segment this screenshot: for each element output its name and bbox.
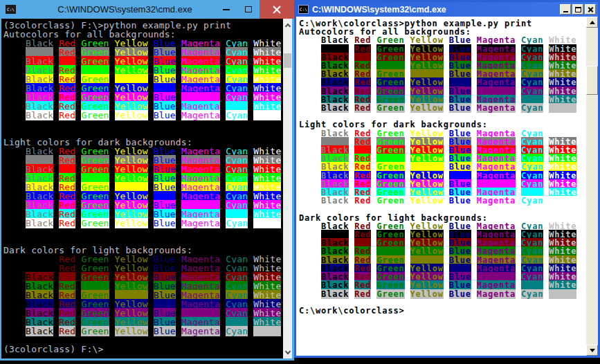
window-controls [560, 4, 596, 15]
color-cell-yellow: Yellow [410, 289, 444, 299]
right-titlebar[interactable]: C:\ C:\WINDOWS\system32\cmd.exe [296, 2, 598, 17]
console-line [3, 228, 283, 237]
console-line: Black Red Green Yellow Blue Magenta Cyan… [299, 78, 586, 87]
color-cell-green: Green [376, 103, 404, 113]
minimize-icon [223, 9, 230, 10]
console-line: Black Red Green Yellow Blue Magenta Cyan… [3, 219, 283, 228]
minimize-button[interactable] [215, 0, 237, 19]
console-line: Black Red Green Yellow Blue Magenta Cyan… [299, 87, 586, 95]
color-cell-cyan: Cyan [226, 218, 248, 228]
color-cell-red: Red [354, 289, 371, 299]
right-cmd-window: C:\ C:\WINDOWS\system32\cmd.exe C:\work\… [294, 0, 600, 358]
maximize-icon [575, 7, 581, 12]
scroll-down-button[interactable] [283, 347, 292, 358]
chevron-down-icon [284, 348, 290, 354]
scroll-up-button[interactable] [283, 19, 292, 30]
minimize-button[interactable] [560, 4, 571, 15]
color-cell-cyan: Cyan [521, 196, 543, 206]
color-cell-yellow: Yellow [115, 110, 148, 120]
console-line: Black Red Green Yellow Blue Magenta Cyan… [299, 281, 586, 289]
window-title: C:\WINDOWS\system32\cmd.exe [312, 5, 446, 15]
color-cell-black: Black [321, 289, 349, 299]
color-cell-red: Red [354, 196, 371, 206]
color-cell-blue: Blue [449, 196, 471, 206]
color-cell-cyan: Cyan [226, 110, 248, 120]
console-line: Black Red Green Yellow Blue Magenta Cyan… [299, 36, 586, 44]
console-line: Black Red Green Yellow Blue Magenta Cyan… [299, 163, 586, 171]
color-cell-magenta: Magenta [477, 196, 516, 206]
console-line: Black Red Green Yellow Blue Magenta Cyan… [299, 104, 586, 112]
color-cell-green: Green [81, 326, 109, 336]
left-console-output[interactable]: (3colorclass) F:\>python example.py prin… [1, 19, 283, 358]
desktop: { "colors": { "names": ["Black", "Red", … [0, 0, 600, 364]
color-cell-magenta: Magenta [181, 218, 220, 228]
maximize-icon [245, 6, 252, 12]
window-controls [215, 0, 294, 19]
minimize-icon [563, 11, 568, 12]
color-cell-black: Black [321, 103, 349, 113]
color-cell-green: Green [376, 196, 404, 206]
color-cell-cyan: Cyan [226, 326, 248, 336]
maximize-button[interactable] [572, 4, 583, 15]
color-cell-white: White [253, 110, 281, 120]
close-icon [273, 6, 281, 14]
color-cell-blue: Blue [449, 103, 471, 113]
left-scrollbar-thumb[interactable] [284, 53, 291, 68]
color-cell-blue: Blue [449, 289, 471, 299]
color-cell-yellow: Yellow [410, 103, 444, 113]
console-line: (3colorclass) F:\> [3, 345, 283, 354]
right-console-output[interactable]: C:\work\colorclass>python example.py pri… [296, 17, 586, 356]
color-cell-black: Black [26, 218, 53, 228]
console-line: Black Red Green Yellow Blue Magenta Cyan… [299, 247, 586, 255]
cmd-icon[interactable]: C:\ [298, 5, 309, 14]
console-line: C:\work\colorclass> [299, 307, 586, 315]
chevron-up-icon [284, 23, 290, 28]
console-line [299, 205, 586, 213]
color-cell-magenta: Magenta [181, 110, 220, 120]
color-cell-black: Black [321, 196, 349, 206]
color-cell-yellow: Yellow [115, 326, 148, 336]
color-cell-red: Red [59, 326, 75, 336]
console-line [3, 120, 283, 129]
maximize-button[interactable] [237, 0, 260, 19]
color-cell-red: Red [59, 218, 75, 228]
color-cell-blue: Blue [154, 326, 176, 336]
right-window-body: C:\work\colorclass>python example.py pri… [296, 17, 598, 356]
color-cell-yellow: Yellow [410, 196, 444, 206]
color-cell-red: Red [354, 103, 371, 113]
color-cell-magenta: Magenta [477, 103, 516, 113]
left-cmd-window: C:\ C:\WINDOWS\system32\cmd.exe (3colorc… [0, 0, 294, 361]
color-cell-white: White [253, 326, 281, 336]
color-cell-white: White [549, 103, 576, 113]
console-line: Black Red Green Yellow Blue Magenta Cyan… [299, 290, 586, 298]
color-cell-magenta: Magenta [477, 289, 516, 299]
left-scrollbar[interactable] [283, 19, 292, 358]
console-line: Black Red Green Yellow Blue Magenta Cyan… [299, 129, 586, 138]
color-cell-green: Green [81, 110, 109, 120]
console-line: Black Red Green Yellow Blue Magenta Cyan… [299, 197, 586, 205]
scroll-up-button[interactable] [586, 17, 598, 28]
color-cell-green: Green [81, 218, 109, 228]
arrow-down-icon [590, 349, 595, 352]
scroll-down-button[interactable] [586, 345, 598, 356]
color-cell-white: White [549, 196, 576, 206]
color-cell-white: White [253, 218, 281, 228]
color-cell-blue: Blue [154, 110, 176, 120]
color-cell-red: Red [59, 110, 75, 120]
close-icon [588, 6, 594, 12]
right-scrollbar-thumb[interactable] [586, 66, 598, 95]
right-scrollbar[interactable] [586, 17, 598, 356]
left-titlebar[interactable]: C:\ C:\WINDOWS\system32\cmd.exe [0, 0, 294, 19]
console-line: Black Red Green Yellow Blue Magenta Cyan… [299, 45, 586, 53]
color-cell-yellow: Yellow [115, 218, 148, 228]
color-cell-magenta: Magenta [181, 326, 220, 336]
window-title: C:\WINDOWS\system32\cmd.exe [42, 4, 208, 15]
close-button[interactable] [260, 0, 294, 19]
color-cell-cyan: Cyan [521, 289, 543, 299]
cmd-icon[interactable]: C:\ [6, 5, 16, 14]
color-cell-blue: Blue [154, 218, 176, 228]
color-cell-black: Black [26, 110, 53, 120]
close-button[interactable] [585, 4, 596, 15]
left-window-body: (3colorclass) F:\>python example.py prin… [0, 19, 294, 361]
arrow-up-icon [590, 21, 595, 24]
